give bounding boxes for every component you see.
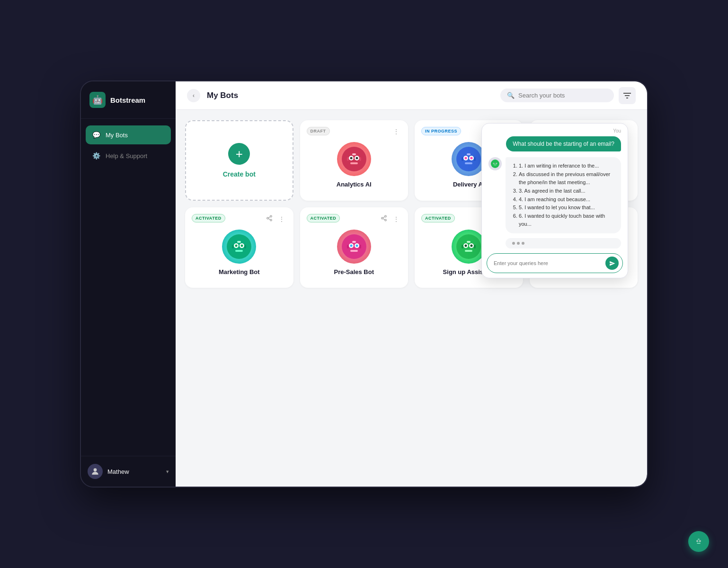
svg-point-82 [491, 160, 499, 168]
create-bot-label: Create bot [223, 170, 256, 178]
svg-point-39 [235, 245, 238, 247]
create-bot-card[interactable]: + Create bot [185, 120, 293, 201]
bot-card-marketing[interactable]: ACTIVATED ⋮ Marketing Bot [185, 207, 293, 288]
svg-rect-9 [350, 162, 358, 164]
sidebar-item-help-support[interactable]: ⚙️ Help & Support [86, 146, 171, 165]
svg-point-36 [227, 234, 251, 259]
collapse-sidebar-button[interactable]: ‹ [187, 89, 200, 102]
svg-point-86 [496, 163, 497, 164]
svg-point-0 [94, 468, 97, 471]
bot-card-analytics-ai[interactable]: DRAFT ⋮ Analytics AI [300, 120, 408, 201]
header: ‹ My Bots 🔍 [176, 81, 647, 110]
typing-indicator [506, 238, 621, 248]
logo-text: Botstream [110, 96, 145, 104]
svg-point-17 [471, 157, 473, 160]
reply-item-2: As discussed in the previous email/over … [519, 170, 615, 187]
svg-point-50 [342, 234, 366, 259]
reply-item-6: 6. I wanted to quickly touch base with y… [519, 212, 615, 229]
svg-point-13 [456, 147, 481, 171]
bot-avatar-analytics [337, 142, 371, 176]
share-button-marketing[interactable] [264, 214, 275, 224]
bot-avatar-marketing [222, 230, 256, 264]
svg-rect-55 [350, 250, 358, 252]
chat-bot-response-row: 1. I am writing in referance to the... A… [482, 157, 628, 238]
bot-avatar-signup [452, 230, 486, 264]
filter-button[interactable] [619, 87, 636, 104]
card-menu-pre-sales: ⋮ [379, 214, 401, 224]
svg-rect-12 [359, 157, 361, 161]
svg-point-31 [270, 215, 272, 217]
search-icon: 🔍 [507, 92, 515, 99]
svg-point-46 [382, 217, 383, 219]
create-plus-icon: + [228, 143, 250, 165]
sidebar-item-label-my-bots: My Bots [106, 132, 128, 139]
avatar [88, 464, 103, 479]
svg-rect-87 [494, 165, 497, 165]
menu-button-marketing[interactable]: ⋮ [276, 214, 287, 224]
search-input[interactable] [518, 92, 607, 99]
menu-button-analytics[interactable]: ⋮ [391, 127, 401, 136]
svg-rect-72 [474, 245, 476, 248]
chat-input-row [487, 253, 623, 273]
svg-rect-44 [244, 245, 246, 248]
card-top-marketing: ACTIVATED ⋮ [192, 214, 287, 224]
svg-rect-43 [232, 245, 234, 248]
status-badge-analytics: DRAFT [307, 127, 330, 135]
chat-user-message: What should be the starting of an email? [506, 136, 621, 151]
content-area: + Create bot DRAFT ⋮ [176, 110, 647, 487]
svg-point-54 [355, 245, 358, 247]
chat-bot-message: 1. I am writing in referance to the... A… [506, 157, 621, 233]
status-badge-marketing: ACTIVATED [192, 214, 225, 222]
bot-name-pre-sales: Pre-Sales Bot [334, 268, 374, 275]
chat-send-button[interactable] [605, 257, 619, 270]
chat-input[interactable] [494, 260, 602, 266]
svg-rect-58 [359, 245, 361, 248]
card-menu-analytics: ⋮ [391, 127, 401, 136]
content-wrap: + Create bot DRAFT ⋮ [185, 120, 638, 288]
status-badge-pre-sales: ACTIVATED [307, 214, 340, 222]
chat-header-area: You What should be the starting of an em… [482, 124, 628, 157]
svg-point-47 [385, 219, 387, 221]
menu-button-pre-sales[interactable]: ⋮ [391, 214, 401, 224]
svg-rect-18 [465, 162, 472, 164]
svg-point-16 [465, 157, 467, 160]
reply-item-5: 5. I wanted to let you know that... [519, 204, 615, 212]
search-bar: 🔍 [500, 89, 614, 102]
sidebar-user[interactable]: Mathew ▾ [81, 456, 176, 487]
sidebar-item-my-bots[interactable]: 💬 My Bots [86, 125, 171, 144]
svg-point-68 [471, 245, 473, 247]
chevron-down-icon: ▾ [166, 469, 169, 475]
bot-name-delivery: Delivery AI [453, 181, 485, 188]
svg-point-85 [494, 163, 494, 164]
status-badge-delivery: IN PROGRESS [421, 127, 461, 135]
svg-rect-71 [462, 245, 463, 248]
card-top-analytics: DRAFT ⋮ [307, 127, 402, 136]
svg-point-67 [465, 245, 467, 247]
typing-dot-2 [517, 242, 520, 245]
svg-rect-57 [347, 245, 349, 248]
svg-point-64 [456, 234, 481, 259]
bot-avatar-delivery [452, 142, 486, 176]
bot-card-pre-sales[interactable]: ACTIVATED ⋮ Pre-Sales Bot [300, 207, 408, 288]
svg-point-7 [350, 157, 352, 160]
svg-rect-42 [237, 241, 241, 243]
card-top-pre-sales: ACTIVATED ⋮ [307, 214, 402, 224]
svg-rect-70 [467, 241, 471, 243]
svg-rect-20 [462, 157, 463, 161]
bot-name-analytics: Analytics AI [337, 181, 372, 188]
svg-rect-69 [465, 250, 472, 252]
svg-rect-21 [474, 157, 476, 161]
reply-item-1: 1. I am writing in referance to the... [519, 162, 615, 170]
svg-point-33 [270, 219, 272, 221]
chat-panel: You What should be the starting of an em… [481, 123, 628, 278]
sidebar-logo: 🤖 Botstream [81, 81, 176, 119]
chat-bot-avatar [488, 157, 502, 170]
share-button-pre-sales[interactable] [379, 214, 389, 224]
logo-icon: 🤖 [89, 92, 106, 108]
svg-line-49 [383, 217, 385, 218]
svg-rect-11 [347, 157, 349, 161]
svg-point-40 [241, 245, 243, 247]
chat-you-label: You [488, 128, 621, 133]
help-icon: ⚙️ [91, 151, 101, 160]
svg-rect-10 [352, 153, 356, 155]
